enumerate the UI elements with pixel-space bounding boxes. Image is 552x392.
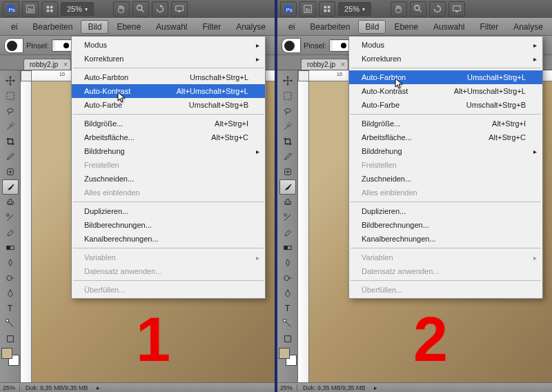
stamp-tool-icon[interactable] (279, 195, 296, 210)
menu-item-bildgr-e-[interactable]: Bildgröße...Alt+Strg+I (349, 117, 542, 130)
menu-item-korrekturen[interactable]: Korrekturen (349, 52, 542, 66)
move-tool-icon[interactable] (2, 73, 19, 88)
eyedropper-tool-icon[interactable] (279, 149, 296, 164)
blur-tool-icon[interactable] (2, 255, 19, 271)
menu-item-korrekturen[interactable]: Korrekturen (72, 52, 265, 66)
document-tab[interactable]: robby2.jp (301, 59, 348, 70)
menu-auswahl[interactable]: Auswahl (149, 20, 194, 34)
menu-item-auto-farbe[interactable]: Auto-FarbeUmschalt+Strg+B (349, 98, 542, 112)
brush-tool-icon[interactable] (2, 179, 19, 195)
menu-item-auto-kontrast[interactable]: Auto-KontrastAlt+Umschalt+Strg+L (72, 84, 265, 98)
menu-item-bildberechnungen-[interactable]: Bildberechnungen... (72, 218, 265, 232)
bridge-icon[interactable]: Br (299, 1, 316, 17)
gradient-tool-icon[interactable] (2, 240, 19, 255)
menu-item-auto-farbton[interactable]: Auto-FarbtonUmschalt+Strg+L (72, 70, 265, 84)
marquee-tool-icon[interactable] (2, 88, 19, 104)
menu-bearbeiten[interactable]: Bearbeiten (303, 20, 357, 34)
color-swatches[interactable] (1, 348, 19, 366)
marquee-tool-icon[interactable] (279, 88, 296, 104)
status-zoom[interactable]: 25% (3, 384, 20, 391)
path-tool-icon[interactable] (279, 316, 296, 331)
menu-auswahl[interactable]: Auswahl (426, 20, 471, 34)
wand-tool-icon[interactable] (279, 119, 296, 134)
zoom-tool-icon[interactable] (132, 1, 149, 17)
crop-tool-icon[interactable] (2, 134, 19, 149)
healing-tool-icon[interactable] (279, 164, 296, 179)
menu-item-bildgr-e-[interactable]: Bildgröße...Alt+Strg+I (72, 117, 265, 130)
lasso-tool-icon[interactable] (279, 104, 296, 119)
menu-bearbeiten[interactable]: Bearbeiten (26, 20, 79, 34)
menu-item-kanalberechnungen-[interactable]: Kanalberechnungen... (349, 232, 542, 246)
ps-icon[interactable]: Ps (280, 1, 297, 17)
menu-ei[interactable]: ei (4, 20, 24, 34)
menu-item-bilddrehung[interactable]: Bilddrehung (349, 144, 542, 158)
history-brush-icon[interactable] (2, 210, 19, 225)
eraser-tool-icon[interactable] (2, 225, 19, 240)
menu-item-kanalberechnungen-[interactable]: Kanalberechnungen... (72, 232, 265, 246)
tool-preset-icon[interactable] (4, 38, 23, 53)
menu-item-bildberechnungen-[interactable]: Bildberechnungen... (349, 218, 542, 232)
type-tool-icon[interactable]: T (2, 301, 19, 316)
rotate-icon[interactable] (429, 1, 446, 17)
menu-item-zuschneiden-[interactable]: Zuschneiden... (72, 172, 265, 186)
screen-icon[interactable] (171, 1, 188, 17)
menu-item-modus[interactable]: Modus (349, 38, 542, 52)
color-swatches[interactable] (279, 348, 297, 366)
menu-ei[interactable]: ei (282, 20, 302, 34)
status-arrow-icon[interactable]: ▸ (97, 384, 100, 391)
stamp-tool-icon[interactable] (2, 195, 19, 210)
ruler-vertical[interactable] (21, 81, 32, 382)
menu-item-arbeitsfl-che-[interactable]: Arbeitsfläche...Alt+Strg+C (72, 130, 265, 144)
pen-tool-icon[interactable] (2, 286, 19, 301)
arrange-icon[interactable] (41, 1, 58, 17)
wand-tool-icon[interactable] (2, 119, 19, 134)
menu-bild[interactable]: Bild (358, 20, 386, 34)
ruler-vertical[interactable] (298, 81, 309, 382)
healing-tool-icon[interactable] (2, 164, 19, 179)
dodge-tool-icon[interactable] (279, 271, 296, 286)
zoom-tool-icon[interactable] (410, 1, 426, 17)
move-tool-icon[interactable] (279, 73, 296, 88)
blur-tool-icon[interactable] (279, 255, 296, 271)
menu-filter[interactable]: Filter (473, 20, 505, 34)
ruler-origin[interactable] (21, 70, 32, 81)
menu-item-modus[interactable]: Modus (72, 38, 265, 52)
zoom-display[interactable]: 25% (61, 2, 94, 16)
bridge-icon[interactable]: Br (22, 1, 39, 17)
menu-filter[interactable]: Filter (195, 20, 228, 34)
menu-item-auto-farbe[interactable]: Auto-FarbeUmschalt+Strg+B (72, 98, 265, 112)
menu-ebene[interactable]: Ebene (387, 20, 425, 34)
shape-tool-icon[interactable] (279, 331, 296, 346)
menu-bild[interactable]: Bild (81, 20, 108, 34)
menu-analyse[interactable]: Analyse (229, 20, 273, 34)
menu-item-bilddrehung[interactable]: Bilddrehung (72, 144, 265, 158)
crop-tool-icon[interactable] (279, 134, 296, 149)
menu-item-auto-farbton[interactable]: Auto-FarbtonUmschalt+Strg+L (349, 70, 542, 84)
dodge-tool-icon[interactable] (2, 271, 19, 286)
menu-ebene[interactable]: Ebene (110, 20, 148, 34)
shape-tool-icon[interactable] (2, 331, 19, 346)
ps-icon[interactable]: Ps (3, 1, 19, 17)
brush-tool-icon[interactable] (279, 179, 296, 195)
history-brush-icon[interactable] (279, 210, 296, 225)
hand-icon[interactable] (391, 1, 407, 17)
menu-3d[interactable]: 3D (274, 20, 275, 34)
path-tool-icon[interactable] (2, 316, 19, 331)
tool-preset-icon[interactable] (282, 38, 301, 53)
type-tool-icon[interactable]: T (279, 301, 296, 316)
ruler-origin[interactable] (298, 70, 309, 81)
arrange-icon[interactable] (319, 1, 335, 17)
pen-tool-icon[interactable] (279, 286, 296, 301)
hand-icon[interactable] (113, 1, 130, 17)
document-tab[interactable]: robby2.jp (23, 59, 71, 70)
menu-item-duplizieren-[interactable]: Duplizieren... (72, 204, 265, 218)
status-zoom[interactable]: 25% (280, 384, 297, 391)
menu-item-auto-kontrast[interactable]: Auto-KontrastAlt+Umschalt+Strg+L (349, 84, 542, 98)
rotate-icon[interactable] (152, 1, 168, 17)
zoom-display[interactable]: 25% (338, 2, 371, 16)
screen-icon[interactable] (448, 1, 465, 17)
status-arrow-icon[interactable]: ▸ (374, 384, 377, 391)
lasso-tool-icon[interactable] (2, 104, 19, 119)
gradient-tool-icon[interactable] (279, 240, 296, 255)
menu-analyse[interactable]: Analyse (506, 20, 550, 34)
